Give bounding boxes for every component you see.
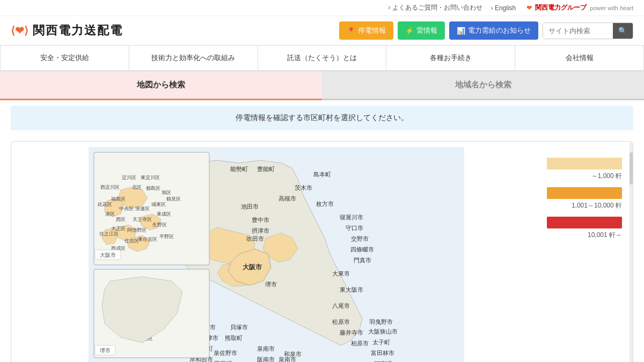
city-label-osakasayama[interactable]: 大阪狭山市	[368, 328, 398, 335]
svg-text:生野区: 生野区	[152, 222, 167, 227]
nav-item-procedures[interactable]: 各種お手続き	[386, 46, 515, 70]
logo: ⟨❤⟩ 関西電力送配電	[11, 23, 123, 39]
power-button[interactable]: 📊 電力需給のお知らせ	[449, 21, 538, 40]
map-section: 能勢町 豊能町 島本町 茨木市 高槻市 枚方市 寝屋川市 守口市 交野市 四條畷…	[0, 136, 644, 362]
city-label-nose[interactable]: 能勢町	[230, 166, 248, 172]
thunder-label: 雷情報	[416, 26, 437, 35]
city-label-toyonaka[interactable]: 豊中市	[252, 217, 269, 223]
legend-low: ～1,000 軒	[547, 158, 622, 181]
svg-text:北区: 北区	[132, 184, 142, 190]
svg-text:此花区: 此花区	[98, 202, 112, 207]
scrollbar[interactable]	[630, 142, 633, 362]
city-label-takatsuki[interactable]: 高槻市	[279, 195, 296, 202]
main-nav: 安全・安定供給 技術力と効率化への取組み 託送（たくそう）とは 各種お手続き 会…	[0, 46, 644, 71]
legend-high: 10,001 軒～	[547, 217, 622, 240]
city-label-kadoma[interactable]: 門真市	[354, 257, 371, 263]
city-label-moriguchi[interactable]: 守口市	[346, 225, 363, 231]
thunder-button[interactable]: ⚡ 雷情報	[398, 21, 445, 40]
svg-text:淀川区: 淀川区	[122, 175, 136, 180]
svg-text:東成区: 東成区	[157, 211, 171, 217]
svg-text:西淀川区: 西淀川区	[100, 184, 120, 190]
city-label-higashi-osaka[interactable]: 東大阪市	[340, 286, 363, 293]
city-label-ibaraki[interactable]: 茨木市	[295, 184, 312, 191]
svg-text:東住吉区: 東住吉区	[138, 237, 157, 242]
power-icon: 📊	[457, 27, 465, 35]
city-label-kaizuka[interactable]: 貝塚市	[230, 324, 248, 330]
city-label-settsu[interactable]: 摂津市	[252, 227, 269, 234]
city-label-yao[interactable]: 八尾市	[332, 302, 350, 309]
city-label-taishi[interactable]: 太子町	[372, 339, 390, 345]
english-link[interactable]: English	[491, 4, 516, 12]
brand: ❤ 関西電力グループ power with heart	[526, 3, 633, 12]
city-label-izumisano[interactable]: 泉佐野市	[214, 350, 237, 356]
info-message: 停電情報を確認する市区町村を選択してください。	[236, 113, 408, 122]
nav-item-tech[interactable]: 技術力と効率化への取組み	[129, 46, 258, 70]
svg-text:城東区: 城東区	[151, 202, 166, 207]
top-bar-links: よくあるご質問・お問い合わせ English	[388, 3, 516, 12]
city-label-katano[interactable]: 交野市	[351, 235, 369, 242]
faq-link[interactable]: よくあるご質問・お問い合わせ	[388, 3, 482, 12]
city-label-shimamoto[interactable]: 島本町	[313, 171, 331, 178]
city-label-hannan[interactable]: 阪南市	[257, 356, 275, 362]
legend-low-bar	[547, 158, 622, 169]
city-label-izumi[interactable]: 泉南市	[257, 345, 275, 352]
svg-text:住之江区: 住之江区	[99, 231, 119, 237]
legend-mid: 1,001～10,000 軒	[547, 187, 622, 210]
svg-text:港区: 港区	[105, 211, 115, 217]
svg-text:中央区: 中央区	[119, 206, 134, 211]
city-label-sakai[interactable]: 堺市	[265, 281, 277, 287]
city-label-neyagawa[interactable]: 寝屋川市	[340, 214, 363, 220]
search-icon: 🔍	[618, 27, 627, 35]
map-legend: ～1,000 軒 1,001～10,000 軒 10,001 軒～	[541, 147, 627, 362]
tab-map-search[interactable]: 地図から検索	[0, 71, 322, 100]
legend-low-label: ～1,000 軒	[547, 172, 622, 181]
city-label-daito[interactable]: 大東市	[332, 270, 350, 277]
brand-icon: ❤	[526, 4, 532, 12]
city-label-kashiwara[interactable]: 柏原市	[350, 340, 369, 346]
svg-text:大阪市: 大阪市	[242, 263, 262, 271]
brand-label: 関西電力グループ	[535, 3, 587, 12]
legend-high-bar	[547, 217, 622, 228]
search-input[interactable]	[543, 23, 613, 39]
city-label-ikeda[interactable]: 池田市	[241, 203, 259, 210]
scrollbar-thumb	[630, 152, 633, 184]
svg-text:天王寺区: 天王寺区	[133, 217, 152, 222]
header-buttons: 📍 停電情報 ⚡ 雷情報 📊 電力需給のお知らせ 🔍	[339, 21, 633, 40]
svg-text:平野区: 平野区	[159, 234, 174, 239]
city-label-hirakata[interactable]: 枚方市	[316, 201, 334, 207]
svg-text:鶴見区: 鶴見区	[166, 196, 181, 202]
outage-label: 停電情報	[358, 26, 386, 35]
svg-text:浪速区: 浪速区	[135, 206, 150, 211]
top-bar: よくあるご質問・お問い合わせ English ❤ 関西電力グループ power …	[0, 0, 644, 16]
city-label-habikino[interactable]: 羽曳野市	[369, 319, 393, 325]
tab-area-search[interactable]: 地域名から検索	[322, 71, 644, 100]
city-label-kumatori[interactable]: 熊取町	[225, 335, 243, 341]
search-button[interactable]: 🔍	[613, 23, 633, 39]
city-label-toyono[interactable]: 豊能町	[257, 166, 275, 172]
svg-text:大正区: 大正区	[111, 226, 126, 231]
map-svg-area: 能勢町 豊能町 島本町 茨木市 高槻市 枚方市 寝屋川市 守口市 交野市 四條畷…	[17, 147, 536, 362]
info-banner: 停電情報を確認する市区町村を選択してください。	[11, 106, 633, 130]
svg-text:旭区: 旭区	[162, 190, 171, 195]
thunder-icon: ⚡	[405, 27, 414, 35]
osaka-inset-label: 大阪市	[100, 252, 116, 258]
brand-slogan: power with heart	[590, 5, 633, 11]
svg-text:東淀川区: 東淀川区	[141, 175, 160, 180]
nav-item-company[interactable]: 会社情報	[515, 46, 644, 70]
outage-icon: 📍	[347, 27, 355, 35]
nav-item-safety[interactable]: 安全・安定供給	[0, 46, 129, 70]
map-container: 能勢町 豊能町 島本町 茨木市 高槻市 枚方市 寝屋川市 守口市 交野市 四條畷…	[11, 141, 633, 362]
svg-text:都島区: 都島区	[146, 186, 160, 191]
city-label-shijonawate[interactable]: 四條畷市	[350, 246, 374, 253]
city-label-wajima[interactable]: 和泉市	[284, 351, 302, 357]
outage-button[interactable]: 📍 停電情報	[339, 21, 393, 40]
logo-icon: ⟨❤⟩	[11, 24, 28, 37]
city-label-fujiidera[interactable]: 藤井寺市	[340, 329, 363, 336]
nav-item-託送[interactable]: 託送（たくそう）とは	[258, 46, 387, 70]
city-label-suita[interactable]: 吹田市	[246, 235, 264, 242]
city-label-tondabayashi[interactable]: 富田林市	[371, 350, 394, 356]
logo-text: 関西電力送配電	[33, 23, 123, 39]
search-box: 🔍	[543, 23, 633, 39]
legend-high-label: 10,001 軒～	[547, 231, 622, 240]
city-label-matsubara[interactable]: 松原市	[332, 319, 350, 325]
